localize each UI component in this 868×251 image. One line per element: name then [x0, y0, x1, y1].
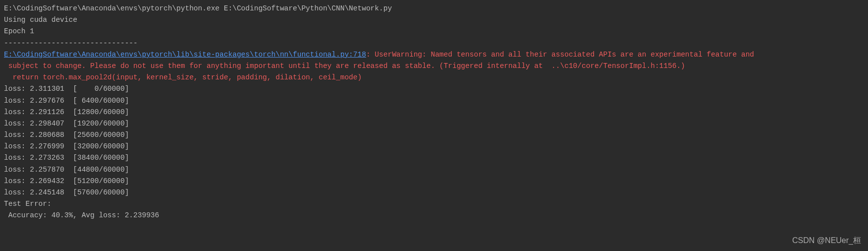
- test-error-result: Accuracy: 40.3%, Avg loss: 2.239936: [4, 210, 864, 221]
- loss-output-block: loss: 2.311301 [ 0/60000]loss: 2.297676 …: [4, 83, 864, 198]
- loss-row: loss: 2.280688 [25600/60000]: [4, 129, 864, 141]
- warning-line-1: E:\CodingSoftware\Anaconda\envs\pytorch\…: [4, 49, 864, 61]
- loss-row: loss: 2.276999 [32000/60000]: [4, 141, 864, 152]
- warning-path-link[interactable]: E:\CodingSoftware\Anaconda\envs\pytorch\…: [4, 51, 366, 59]
- epoch-line: Epoch 1: [4, 26, 864, 37]
- loss-row: loss: 2.273263 [38400/60000]: [4, 152, 864, 164]
- loss-row: loss: 2.311301 [ 0/60000]: [4, 83, 864, 95]
- device-line: Using cuda device: [4, 14, 864, 26]
- divider-line: -------------------------------: [4, 38, 864, 49]
- warning-line-2: subject to change. Please do not use the…: [4, 61, 864, 72]
- loss-row: loss: 2.297676 [ 6400/60000]: [4, 95, 864, 107]
- loss-row: loss: 2.245148 [57600/60000]: [4, 187, 864, 198]
- warning-line-3: return torch.max_pool2d(input, kernel_si…: [4, 72, 864, 83]
- loss-row: loss: 2.257870 [44800/60000]: [4, 164, 864, 176]
- loss-row: loss: 2.269432 [51200/60000]: [4, 176, 864, 187]
- watermark-text: CSDN @NEUer_桓: [792, 234, 861, 247]
- warning-text-1: : UserWarning: Named tensors and all the…: [366, 51, 754, 59]
- loss-row: loss: 2.298407 [19200/60000]: [4, 118, 864, 129]
- loss-row: loss: 2.291126 [12800/60000]: [4, 107, 864, 118]
- test-error-header: Test Error:: [4, 198, 864, 210]
- command-line: E:\CodingSoftware\Anaconda\envs\pytorch\…: [4, 3, 864, 14]
